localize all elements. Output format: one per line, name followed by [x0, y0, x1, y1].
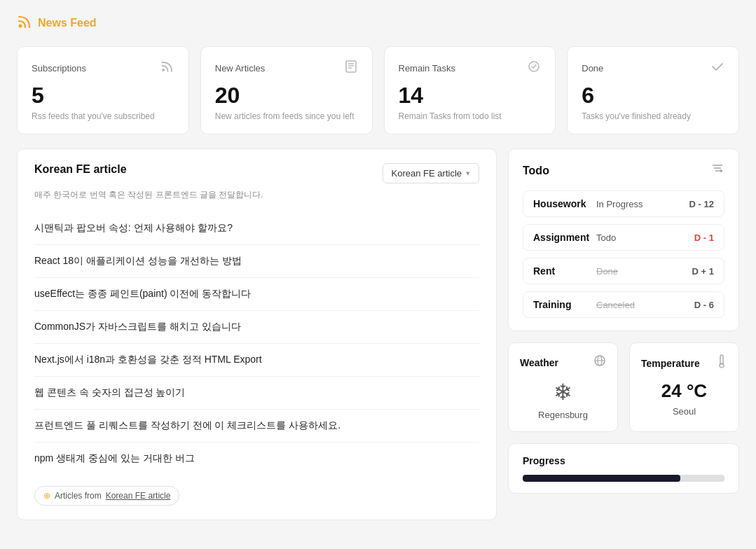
- article-dropdown[interactable]: Korean FE article ▾: [383, 163, 479, 183]
- svg-rect-2: [346, 61, 356, 72]
- weather-city: Regensburg: [520, 410, 606, 420]
- stat-new-articles-number: 20: [215, 83, 358, 109]
- todo-panel: Todo Housework In Progress D - 12: [508, 148, 739, 331]
- stat-remain-tasks-number: 14: [399, 83, 542, 109]
- rss-badge-icon: ⊕: [43, 491, 50, 501]
- thermometer-icon: [716, 354, 727, 372]
- chevron-down-icon: ▾: [466, 169, 470, 178]
- todo-item-name: Rent: [533, 265, 596, 277]
- todo-item-rent[interactable]: Rent Done D + 1: [523, 258, 724, 284]
- progress-bar-fill: [523, 475, 680, 482]
- todo-item-deadline: D - 1: [694, 232, 714, 243]
- article-item[interactable]: React 18이 애플리케이션 성능을 개선하는 방법: [34, 245, 479, 278]
- todo-item-status: Todo: [596, 232, 694, 243]
- article-panel-title: Korean FE article: [34, 163, 127, 176]
- todo-item-deadline: D - 12: [689, 199, 714, 209]
- stat-subscriptions-number: 5: [32, 83, 174, 109]
- temp-value: 24 °C: [641, 380, 727, 402]
- todo-item-status: Canceled: [596, 300, 694, 310]
- article-panel: Korean FE article Korean FE article ▾ 매주…: [17, 148, 497, 520]
- stat-new-articles-desc: New articles from feeds since you left: [215, 111, 358, 121]
- right-panel: Todo Housework In Progress D - 12: [508, 148, 739, 520]
- stat-subscriptions-desc: Rss feeds that you've subscribed: [32, 111, 174, 121]
- globe-icon: [593, 354, 606, 370]
- temp-city: Seoul: [641, 406, 727, 417]
- todo-header: Todo: [523, 162, 724, 179]
- svg-point-0: [19, 25, 22, 28]
- stat-subscriptions-label: Subscriptions: [32, 63, 86, 74]
- progress-panel: Progress: [508, 443, 739, 494]
- todo-item-status: In Progress: [596, 199, 689, 209]
- rss-stat-icon: [160, 60, 174, 77]
- article-panel-header: Korean FE article Korean FE article ▾: [34, 163, 479, 183]
- stat-subscriptions: Subscriptions 5 Rss feeds that you've su…: [17, 46, 189, 134]
- article-panel-subtitle: 매주 한국어로 번역 혹은 작성된 프론트엔드 글을 전달합니다.: [34, 189, 479, 201]
- weather-title: Weather: [520, 357, 558, 368]
- done-stat-icon: [710, 60, 724, 77]
- weather-row: Weather ❄ Regensburg: [508, 342, 739, 432]
- article-item[interactable]: 웹 콘텐츠 속 숫자의 접근성 높이기: [34, 377, 479, 410]
- article-dropdown-label: Korean FE article: [392, 168, 462, 179]
- progress-title: Progress: [523, 455, 724, 466]
- svg-rect-14: [720, 355, 723, 364]
- todo-item-training[interactable]: Training Canceled D - 6: [523, 291, 724, 318]
- article-item[interactable]: Next.js에서 i18n과 호환성을 갖춘 정적 HTML Export: [34, 344, 479, 377]
- svg-point-1: [162, 69, 165, 71]
- todo-filter-icon[interactable]: [710, 162, 724, 179]
- badge-prefix: Articles from: [55, 491, 102, 501]
- weather-symbol: ❄: [520, 379, 606, 405]
- stat-done-number: 6: [582, 83, 724, 109]
- stat-done-desc: Tasks you've finished already: [582, 111, 724, 121]
- todo-item-assignment[interactable]: Assignment Todo D - 1: [523, 224, 724, 251]
- temperature-card: Temperature 24 °C Seoul: [629, 342, 739, 432]
- stat-done-label: Done: [582, 63, 603, 74]
- tasks-stat-icon: [527, 60, 541, 77]
- todo-item-name: Housework: [533, 198, 596, 209]
- todo-item-deadline: D + 1: [692, 266, 714, 277]
- article-list: 시맨틱과 팝오버 속성: 언제 사용해야 할까요? React 18이 애플리케…: [34, 212, 479, 475]
- temp-title: Temperature: [641, 358, 700, 369]
- rss-logo-icon: [17, 14, 32, 32]
- todo-item-deadline: D - 6: [694, 300, 714, 310]
- todo-item-name: Training: [533, 299, 596, 310]
- stat-new-articles-label: New Articles: [215, 63, 266, 74]
- todo-item-name: Assignment: [533, 232, 596, 243]
- weather-card: Weather ❄ Regensburg: [508, 342, 618, 432]
- progress-bar-background: [523, 475, 724, 482]
- article-source-badge[interactable]: ⊕ Articles from Korean FE article: [34, 486, 179, 506]
- main-row: Korean FE article Korean FE article ▾ 매주…: [17, 148, 739, 520]
- stat-remain-tasks: Remain Tasks 14 Remain Tasks from todo l…: [384, 46, 556, 134]
- svg-point-10: [720, 169, 722, 172]
- logo-area: News Feed: [17, 14, 739, 32]
- badge-link[interactable]: Korean FE article: [106, 491, 171, 501]
- article-item[interactable]: useEffect는 종종 페인트(paint) 이전에 동작합니다: [34, 278, 479, 311]
- stat-remain-tasks-desc: Remain Tasks from todo list: [399, 111, 542, 121]
- logo-text: News Feed: [38, 17, 97, 29]
- articles-stat-icon: [344, 60, 358, 77]
- stat-done: Done 6 Tasks you've finished already: [567, 46, 739, 134]
- stats-row: Subscriptions 5 Rss feeds that you've su…: [17, 46, 739, 134]
- stat-remain-tasks-label: Remain Tasks: [399, 63, 455, 74]
- article-item[interactable]: 프런트엔드 풀 리퀘스트를 작성하기 전에 이 체크리스트를 사용하세요.: [34, 410, 479, 443]
- todo-item-housework[interactable]: Housework In Progress D - 12: [523, 190, 724, 217]
- article-item[interactable]: CommonJS가 자바스크립트를 해치고 있습니다: [34, 311, 479, 344]
- stat-new-articles: New Articles 20 New articles from feeds …: [200, 46, 373, 134]
- article-item[interactable]: npm 생태계 중심에 있는 거대한 버그: [34, 443, 479, 475]
- article-item[interactable]: 시맨틱과 팝오버 속성: 언제 사용해야 할까요?: [34, 212, 479, 245]
- app-container: News Feed Subscriptions 5 Rss feeds that…: [0, 0, 756, 549]
- todo-item-status: Done: [596, 266, 692, 277]
- todo-title: Todo: [523, 165, 549, 177]
